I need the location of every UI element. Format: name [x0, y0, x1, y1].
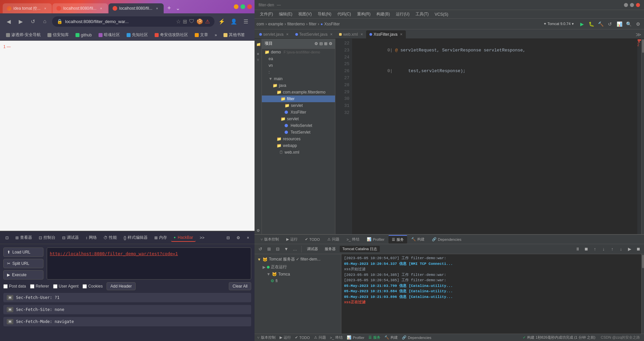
services-stop-btn[interactable]: ⏹ — [583, 245, 590, 253]
tree-colon[interactable]: : — [262, 69, 335, 75]
back-button[interactable]: ◀ — [4, 17, 13, 26]
tabs-more-icon[interactable]: ≫ — [634, 31, 643, 38]
run-button[interactable]: ▶ — [578, 20, 586, 28]
tree-webapp[interactable]: 📁 webapp — [262, 142, 335, 149]
ide-minimize-btn[interactable] — [624, 3, 628, 7]
tree-expand-icon[interactable]: ⊞ — [324, 41, 327, 46]
fi-item[interactable]: ⚙ fi — [255, 278, 341, 284]
devtools-style-btn[interactable]: {} 样式编辑器 — [121, 233, 150, 242]
bookmarks-more[interactable]: » — [213, 32, 219, 38]
maximize-button[interactable] — [240, 4, 245, 9]
refresh-button[interactable]: ↺ — [28, 17, 37, 26]
devtools-control-btn[interactable]: ⊡ 控制台 — [36, 233, 58, 242]
tab-servlet-java[interactable]: servlet.java × — [256, 30, 292, 38]
tomcat-service-item[interactable]: ▼ 🐱 Tomcat 服务器 ✓ filter-dem... — [255, 255, 341, 263]
services-stop2-btn[interactable]: ⏹ — [635, 245, 642, 253]
services-down2-btn[interactable]: ↓ — [617, 245, 625, 253]
status-run[interactable]: ▶ 运行 — [280, 335, 291, 340]
menu-build[interactable]: 构建(B) — [374, 11, 392, 18]
devtools-close-btn[interactable]: × — [244, 234, 252, 241]
browser-tab-3[interactable]: localhost:8080/fil... × — [109, 3, 164, 13]
tab-3-close[interactable]: × — [154, 6, 160, 11]
project-icon[interactable]: 📁 — [255, 40, 261, 50]
tree-cog-icon[interactable]: ⚙ — [314, 41, 318, 46]
tab-version-control[interactable]: ⑂ 版本控制 — [257, 235, 282, 243]
menu-refactor[interactable]: 重构(R) — [354, 11, 373, 18]
menu-edit[interactable]: 编辑(E) — [276, 11, 295, 18]
bookmark-4[interactable]: 暗魂社区 — [97, 31, 122, 38]
devtools-network-btn[interactable]: ↕ 网络 — [83, 233, 100, 242]
status-todo[interactable]: ✔ TODO — [295, 335, 310, 340]
tab-2-close[interactable]: × — [99, 6, 104, 11]
sidebar-settings-icon[interactable]: ⚙ — [257, 228, 260, 233]
tab-xssfilter-close[interactable]: × — [400, 32, 402, 37]
log-scrollbar-thumb[interactable] — [642, 255, 644, 268]
bookmark-3[interactable]: github — [73, 32, 94, 38]
forward-button[interactable]: ▶ — [16, 17, 25, 26]
tab-testservlet-close[interactable]: × — [330, 32, 332, 37]
tabs-more-button[interactable]: ⌄ — [174, 4, 181, 13]
referer-input[interactable] — [30, 284, 34, 289]
bookmark-1[interactable]: 渗透师-安全导航 — [4, 31, 43, 38]
tab-todo[interactable]: ✔ TODO — [302, 236, 323, 243]
devtools-debugger-btn[interactable]: ⊟ 调试器 — [59, 233, 82, 242]
tab-testservlet-java[interactable]: TestServlet.java × — [292, 30, 336, 38]
load-url-button[interactable]: ⬆ Load URL — [3, 247, 43, 257]
bookmark-6[interactable]: 奇安信攻防社区 — [153, 31, 190, 38]
tree-webxml-file[interactable]: 🗒 web.xml — [262, 149, 335, 156]
scrollbar-thumb[interactable] — [642, 39, 644, 53]
devtools-inspect-btn[interactable]: ⊡ — [3, 234, 11, 241]
profile-button[interactable]: 📊 — [615, 20, 623, 28]
tree-collapse-icon[interactable]: ⊟ — [319, 41, 323, 46]
address-box[interactable]: 🔒 localhost:8080/filter_demo_war... ☆ ⊞ … — [52, 16, 214, 27]
tab-dependencies[interactable]: 🔗 Dependencies — [429, 236, 465, 243]
post-data-checkbox[interactable]: Post data — [3, 284, 26, 289]
services-expand-btn[interactable]: ⊞ — [265, 245, 273, 253]
hackbar-url-area[interactable]: http://localhost:8080/filter_demo_war/te… — [47, 247, 251, 280]
cookies-checkbox[interactable]: Cookies — [83, 284, 103, 289]
ide-maximize-btn[interactable] — [630, 3, 634, 7]
devtools-memory-btn[interactable]: ⊠ 内存 — [152, 233, 170, 242]
shield-icon[interactable]: 🛡 — [189, 18, 194, 24]
minimize-button[interactable] — [234, 4, 238, 9]
tree-ea[interactable]: ea — [262, 55, 335, 62]
tomcat-selector[interactable]: ✦ Tomcat 9.0.74 ▾ — [541, 20, 577, 28]
error-icon[interactable]: ⚠ — [205, 18, 210, 25]
services-down1-btn[interactable]: ↓ — [600, 245, 607, 253]
tree-main[interactable]: ▼ main — [262, 75, 335, 82]
tab-problems[interactable]: ⚠ 问题 — [324, 235, 343, 243]
services-more-btn[interactable]: … — [291, 245, 299, 253]
services-pause-btn[interactable]: ⏸ — [574, 245, 581, 253]
services-filter-btn[interactable]: ▼ — [283, 245, 290, 253]
status-terminal[interactable]: >_ 终结 — [330, 335, 343, 340]
log-scrollbar[interactable] — [641, 254, 644, 334]
close-button[interactable] — [247, 4, 252, 9]
services-collapse-btn[interactable]: ⊟ — [274, 245, 281, 253]
tab-run[interactable]: ▶ 运行 — [283, 235, 301, 243]
tab-profiler[interactable]: 📊 Profiler — [363, 236, 388, 243]
cookie-icon[interactable]: 🍪 — [196, 18, 203, 25]
tomcat-running-item[interactable]: ▶ 正在运行 — [255, 263, 341, 271]
ide-close-btn[interactable] — [636, 3, 640, 7]
extensions-btn[interactable]: ⚡ — [217, 17, 226, 26]
other-bookmarks[interactable]: 其他书签 — [221, 31, 247, 38]
cookies-input[interactable] — [83, 284, 87, 289]
services-up1-btn[interactable]: ↑ — [591, 245, 599, 253]
user-agent-checkbox[interactable]: User Agent — [53, 284, 78, 289]
sync-button[interactable]: ↺ — [606, 20, 614, 28]
browser-tab-2[interactable]: localhost:8080/fil... × — [52, 3, 108, 13]
services-debugger-tab[interactable]: 调试器 — [304, 246, 321, 252]
tree-servlet[interactable]: 📁 servlet — [262, 102, 335, 109]
menu-file[interactable]: 文件(F) — [257, 11, 276, 18]
devtools-hackbar-btn[interactable]: ● HackBar — [171, 234, 196, 242]
menu-code[interactable]: 代码(C) — [335, 11, 354, 18]
debug-button[interactable]: 🐛 — [587, 20, 595, 28]
tab-webxml[interactable]: web.xml × — [336, 30, 366, 38]
services-catalina-tab[interactable]: Tomcat Catalina 日志 — [340, 246, 380, 252]
status-services[interactable]: ☰ 服务 — [368, 335, 380, 340]
git-icon[interactable]: ⑂ — [257, 58, 259, 62]
bookmark-star-icon[interactable]: ☆ — [176, 18, 181, 25]
tree-servlet-folder[interactable]: 📁 servlet — [262, 116, 335, 122]
clear-all-button[interactable]: Clear All — [229, 282, 251, 290]
status-build[interactable]: 🔨 构建 — [384, 335, 398, 340]
